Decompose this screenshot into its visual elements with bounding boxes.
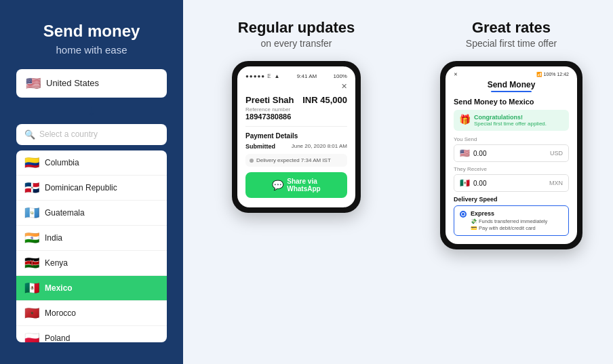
- list-item[interactable]: 🇬🇹 Guatemala: [16, 201, 167, 226]
- delivery-status-icon: [250, 159, 254, 163]
- us-flag-icon: 🇺🇸: [26, 76, 41, 91]
- flag-icon: 🇲🇽: [24, 281, 39, 296]
- phone-status-bar: ●●●●● 𝔼 ▲ 9:41 AM 100%: [245, 73, 347, 79]
- ref-label: Reference number: [245, 106, 347, 113]
- panel2-headline: Regular updates: [238, 19, 355, 37]
- signal-icon: ●●●●● 𝔼 ▲: [245, 73, 281, 79]
- phone-top-bar: ✕ 📶 100% 12:42: [454, 72, 569, 77]
- whatsapp-icon: 💬: [272, 180, 283, 190]
- search-placeholder-text: Select a country: [39, 129, 98, 139]
- list-item[interactable]: 🇮🇳 India: [16, 226, 167, 251]
- panel3-subheadline: Special first time offer: [466, 38, 557, 49]
- list-item[interactable]: 🇰🇪 Kenya: [16, 251, 167, 276]
- flag-icon: 🇮🇳: [24, 230, 39, 245]
- close-icon[interactable]: ✕: [245, 82, 347, 91]
- phone-mockup-updates: ●●●●● 𝔼 ▲ 9:41 AM 100% ✕ Preeti Shah INR…: [232, 61, 361, 213]
- arrow-down-icon: ↓: [88, 103, 95, 119]
- delivery-text: Delivery expected 7:34 AM IST: [256, 157, 331, 163]
- radio-selected-icon: [462, 213, 464, 216]
- phone-screen-updates: ●●●●● 𝔼 ▲ 9:41 AM 100% ✕ Preeti Shah INR…: [237, 66, 355, 207]
- list-item-active[interactable]: 🇲🇽 Mexico: [16, 276, 167, 301]
- delivery-speed-label: Delivery Speed: [454, 196, 569, 203]
- divider: [245, 126, 347, 127]
- panel1-headline: Send money: [43, 22, 140, 41]
- list-item[interactable]: 🇨🇴 Columbia: [16, 150, 167, 176]
- country-selector[interactable]: 🇺🇸 United States: [16, 69, 167, 98]
- congrats-title: Congratulations!: [474, 114, 547, 121]
- payment-details-label: Payment Details: [245, 132, 347, 140]
- congratulations-box: 🎁 Congratulations! Special first time of…: [454, 110, 569, 131]
- you-send-field[interactable]: 🇺🇸 0.00 USD: [454, 144, 569, 162]
- send-to-label: Send Money to Mexico: [454, 98, 569, 106]
- they-receive-field[interactable]: 🇲🇽 0.00 MXN: [454, 174, 569, 192]
- you-send-currency: USD: [550, 150, 563, 157]
- battery-label: 100%: [334, 73, 347, 79]
- card-icon: 💳: [471, 225, 477, 231]
- flag-icon: 🇲🇦: [24, 306, 39, 321]
- they-receive-value: 0.00: [473, 180, 546, 187]
- panel-send-money: Send money home with ease 🇺🇸 United Stat…: [0, 0, 183, 364]
- gift-icon: 🎁: [459, 114, 471, 125]
- phone-screen-title: Send Money: [454, 80, 569, 89]
- submitted-row: Submitted June 20, 2020 8:01 AM: [245, 143, 347, 150]
- panel2-subheadline: on every transfer: [260, 38, 332, 49]
- submitted-key: Submitted: [245, 143, 275, 150]
- battery-signal-label: 📶 100% 12:42: [536, 72, 569, 77]
- search-icon: 🔍: [24, 129, 35, 140]
- selected-country-label: United States: [46, 78, 99, 88]
- flag-icon: 🇩🇴: [24, 180, 39, 195]
- express-sub2: 💳 Pay with debit/credit card: [471, 225, 547, 231]
- list-item[interactable]: 🇵🇱 Poland: [16, 326, 167, 342]
- delivery-row: Delivery expected 7:34 AM IST: [245, 154, 347, 167]
- panel1-subheadline: home with ease: [56, 44, 127, 56]
- us-flag-icon: 🇺🇸: [460, 148, 470, 158]
- phone-mockup-rates: ✕ 📶 100% 12:42 Send Money Send Money to …: [440, 61, 582, 249]
- panel-regular-updates: Regular updates on every transfer ●●●●● …: [183, 0, 410, 364]
- whatsapp-share-button[interactable]: 💬 Share via WhatsApp: [245, 172, 347, 198]
- you-send-value: 0.00: [473, 150, 547, 157]
- submitted-val: June 20, 2020 8:01 AM: [292, 143, 347, 150]
- flag-icon: 🇵🇱: [24, 331, 39, 342]
- express-sub1: 💸 Funds transferred immediately: [471, 218, 547, 224]
- panel-great-rates: Great rates Special first time offer ✕ 📶…: [410, 0, 613, 364]
- flag-icon: 🇰🇪: [24, 256, 39, 270]
- time-label: 9:41 AM: [297, 73, 317, 79]
- close-icon[interactable]: ✕: [454, 72, 458, 77]
- express-title: Express: [471, 210, 547, 217]
- they-receive-label: They Receive: [454, 166, 569, 172]
- whatsapp-label: Share via: [287, 178, 320, 185]
- panel3-headline: Great rates: [472, 19, 551, 37]
- flag-icon: 🇨🇴: [24, 155, 39, 170]
- list-item[interactable]: 🇲🇦 Morocco: [16, 301, 167, 326]
- radio-button[interactable]: [460, 211, 467, 218]
- list-item[interactable]: 🇩🇴 Dominican Republic: [16, 176, 167, 201]
- country-list: 🇨🇴 Columbia 🇩🇴 Dominican Republic 🇬🇹 Gua…: [16, 150, 167, 342]
- transfer-amount: INR 45,000: [302, 95, 347, 105]
- funds-icon: 💸: [471, 218, 477, 224]
- title-underline: [491, 91, 532, 92]
- recipient-name: Preeti Shah: [245, 95, 294, 105]
- they-receive-currency: MXN: [549, 180, 563, 186]
- flag-icon: 🇬🇹: [24, 205, 39, 220]
- mx-flag-icon: 🇲🇽: [460, 178, 470, 188]
- phone-screen-rates: ✕ 📶 100% 12:42 Send Money Send Money to …: [446, 66, 577, 244]
- congrats-sub: Special first time offer applied.: [474, 121, 547, 127]
- you-send-label: You Send: [454, 136, 569, 142]
- ref-number: 18947380886: [245, 113, 347, 121]
- express-delivery-option[interactable]: Express 💸 Funds transferred immediately …: [454, 205, 569, 236]
- country-search-box[interactable]: 🔍 Select a country: [16, 124, 167, 145]
